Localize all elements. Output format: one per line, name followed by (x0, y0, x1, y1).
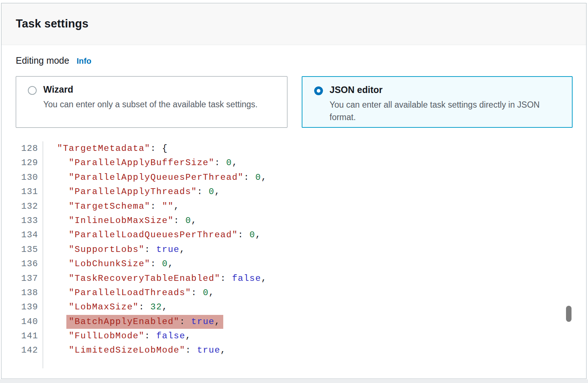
code-line[interactable]: 136 "LobChunkSize": 0, (1, 257, 585, 271)
json-editor-radio-icon[interactable] (314, 86, 323, 95)
code-token-key: "ParallelLoadThreads" (69, 288, 191, 298)
line-number: 142 (1, 343, 38, 357)
code-token-punct: : (191, 288, 203, 298)
code-token-key: "ParallelApplyThreads" (69, 187, 197, 197)
line-number: 136 (1, 257, 38, 271)
code-token-bool: true (156, 245, 180, 254)
code-token-punct: : { (150, 144, 168, 153)
code-line[interactable]: 131 "ParallelApplyThreads": 0, (1, 185, 585, 199)
code-token-num: 0 (185, 216, 191, 226)
tile-wizard-inner: Wizard You can enter only a subset of th… (28, 84, 280, 111)
tile-json-inner: JSON editor You can enter all available … (314, 85, 565, 123)
code-line[interactable]: 138 "ParallelLoadThreads": 0, (1, 286, 585, 300)
code-token-key: "ParallelLoadQueuesPerThread" (69, 230, 238, 240)
line-number: 134 (1, 228, 38, 242)
code-token-num: 0 (209, 187, 214, 197)
code-line[interactable]: 141 "FullLobMode": false, (1, 329, 585, 343)
code-line[interactable]: 133 "InlineLobMaxSize": 0, (1, 213, 585, 228)
code-token-bool: true (191, 317, 215, 327)
code-token-punct: : (214, 158, 226, 168)
code-token-punct: : (238, 230, 250, 240)
code-token-key: "SupportLobs" (69, 245, 145, 254)
code-token-bool: false (156, 331, 185, 341)
code-token-key: "InlineLobMaxSize" (69, 216, 174, 226)
code-token-punct: : (197, 187, 209, 197)
tile-json-label: JSON editor (330, 85, 565, 95)
code-token-num: 32 (150, 302, 162, 312)
code-token-bool: true (197, 345, 220, 355)
code-token-punct: , (191, 216, 197, 226)
line-number: 130 (1, 170, 38, 185)
code-token-key: "TaskRecoveryTableEnabled" (69, 274, 220, 283)
wizard-radio-icon[interactable] (28, 86, 37, 95)
code-token-key: "BatchApplyEnabled" (69, 317, 180, 327)
code-token-punct: , (185, 331, 191, 341)
code-token-punct: : (185, 345, 197, 355)
code-token-punct: , (256, 230, 261, 240)
code-token-punct: : (144, 245, 156, 254)
task-settings-card: Task settings Editing modeInfo Wizard Yo… (1, 3, 587, 379)
code-line[interactable]: 130 "ParallelApplyQueuesPerThread": 0, (1, 170, 585, 185)
code-token-num: 0 (256, 172, 261, 182)
json-code-editor[interactable]: 128 "TargetMetadata": {129 "ParallelAppl… (1, 141, 585, 358)
editing-mode-label: Editing mode (16, 55, 69, 66)
line-number: 135 (1, 242, 38, 257)
tile-wizard[interactable]: Wizard You can enter only a subset of th… (16, 76, 287, 128)
code-line[interactable]: 142 "LimitedSizeLobMode": true, (1, 343, 585, 357)
code-token-punct: : (150, 201, 162, 211)
code-line[interactable]: 132 "TargetSchema": "", (1, 199, 585, 213)
page-title: Task settings (16, 17, 88, 30)
code-area: 128 "TargetMetadata": {129 "ParallelAppl… (1, 141, 585, 358)
code-line[interactable]: 129 "ParallelApplyBufferSize": 0, (1, 156, 585, 170)
line-number: 133 (1, 213, 38, 228)
code-token-num: 0 (250, 230, 256, 240)
code-token-punct: , (232, 158, 238, 168)
page-bottom-strip (0, 379, 588, 383)
line-number: 139 (1, 300, 38, 314)
code-token-key: "LobMaxSize" (69, 302, 139, 312)
code-token-punct: : (244, 172, 256, 182)
line-number: 128 (1, 141, 38, 156)
line-number: 137 (1, 271, 38, 286)
tile-json-description: You can enter all available task setting… (330, 98, 553, 123)
code-token-key: "FullLobMode" (69, 331, 145, 341)
code-token-punct: , (180, 245, 185, 254)
code-token-key: "ParallelApplyBufferSize" (69, 158, 215, 168)
code-token-punct: , (174, 201, 180, 211)
code-token-key: "ParallelApplyQueuesPerThread" (69, 172, 244, 182)
info-link[interactable]: Info (77, 56, 91, 66)
highlighted-code-segment: "BatchApplyEnabled": true, (66, 315, 223, 329)
code-line[interactable]: 128 "TargetMetadata": { (1, 141, 585, 156)
code-token-punct: : (144, 331, 156, 341)
code-token-punct: , (162, 302, 168, 312)
line-number: 141 (1, 329, 38, 343)
code-token-key: "TargetMetadata" (57, 144, 150, 153)
code-token-punct: : (174, 216, 185, 226)
code-token-key: "LimitedSizeLobMode" (69, 345, 185, 355)
code-line[interactable]: 135 "SupportLobs": true, (1, 242, 585, 257)
code-token-punct: , (261, 274, 267, 283)
code-line[interactable]: 139 "LobMaxSize": 32, (1, 300, 585, 314)
tile-json-editor[interactable]: JSON editor You can enter all available … (302, 76, 573, 128)
line-number: 132 (1, 199, 38, 213)
code-token-punct: : (220, 274, 232, 283)
editor-vertical-scrollbar-thumb[interactable] (566, 306, 572, 322)
code-token-punct: , (220, 345, 226, 355)
line-number: 131 (1, 185, 38, 199)
code-line[interactable]: 140 "BatchApplyEnabled": true, (1, 315, 585, 329)
code-line[interactable]: 134 "ParallelLoadQueuesPerThread": 0, (1, 228, 585, 242)
code-token-punct: : (150, 259, 162, 269)
card-header: Task settings (1, 3, 586, 45)
code-token-punct: , (168, 259, 174, 269)
line-number: 138 (1, 286, 38, 300)
code-token-punct: , (214, 187, 220, 197)
editing-mode-row: Editing modeInfo (16, 55, 91, 68)
code-token-num: 0 (203, 288, 209, 298)
code-line[interactable]: 137 "TaskRecoveryTableEnabled": false, (1, 271, 585, 286)
tile-wizard-description: You can enter only a subset of the avail… (43, 98, 267, 111)
code-token-key: "LobChunkSize" (69, 259, 151, 269)
line-number: 140 (1, 315, 38, 329)
code-token-bool: false (232, 274, 261, 283)
code-token-punct: , (214, 317, 220, 327)
tile-wizard-label: Wizard (43, 84, 280, 95)
